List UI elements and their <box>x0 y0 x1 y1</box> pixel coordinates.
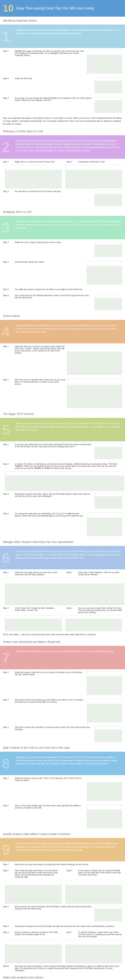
tip-1-intro-box: 1 Imagine you have a list that should no… <box>0 24 125 48</box>
tip-6-step-4: Step 4 Now you can enter a value that is… <box>64 605 125 616</box>
step-label: Step 2 <box>67 571 78 576</box>
excel-screenshot <box>95 294 122 310</box>
tip-2-header: Entering a 0 at the Start of a Cell <box>0 127 125 135</box>
excel-screenshot <box>95 905 122 921</box>
tip-7-step-1: Step 1 Select the range of cells that yo… <box>0 669 125 697</box>
tip-4-header: Freeze Panes <box>0 312 125 320</box>
tip-9-step-5: Step 5 Subsequent changes are done first… <box>0 923 125 929</box>
tip-9-step-1: Step 1 Make sure you have some data in a… <box>0 861 125 867</box>
step-text: Make sure you have some data in a simple… <box>15 863 122 865</box>
tip-4-intro-box: 4 How useful is freeze rows/headers? If … <box>0 320 125 344</box>
step-label: Step 8 <box>3 965 15 972</box>
step-label: Step 6 <box>3 931 15 938</box>
step-label: Step 5 <box>3 925 15 927</box>
step-label: Step 4 <box>67 607 78 614</box>
step-text: In our first main table there are a list… <box>15 443 93 459</box>
tip-1-step-3: Step 3 If you want, you can change the d… <box>0 95 125 115</box>
step-text: On the 'Data Tab', change the Data Valid… <box>15 607 59 614</box>
excel-screenshot <box>67 345 122 375</box>
step-label: Step 3 <box>67 869 78 878</box>
header-number: 10 <box>3 3 13 14</box>
step-label: Step 2 <box>3 78 15 93</box>
step-text: You might also need to change the cell w… <box>15 288 122 291</box>
step-text: Subsequent changes are done first isolat… <box>15 925 122 927</box>
excel-screenshot <box>95 726 122 742</box>
step-text: Click the button 'Wrap Text' option. <box>15 261 85 285</box>
excel-screenshot <box>87 50 122 73</box>
tip-9-intro: If you don't have a lot of experience us… <box>16 842 121 852</box>
tip-6-intro: Do you want to control where others inpu… <box>16 550 121 560</box>
step-text: Each time you add something or move it a… <box>15 965 122 972</box>
step-text: Your format the date with any combinatio… <box>15 512 85 536</box>
step-text: Select the fill format. <box>15 78 93 93</box>
step-label: Step 1 <box>3 863 15 865</box>
tip-4-intro: How useful is freeze rows/headers? If yo… <box>16 324 121 334</box>
tip-1-step-1: Step 1 Highlight the range of cells that… <box>0 48 125 75</box>
tip-8-intro: Sometimes you get some easy information … <box>16 756 121 765</box>
step-text: Tip: to wrap text into the following Alt… <box>15 294 93 310</box>
step-text: Click OK to protect the worksheet. If so… <box>15 726 93 742</box>
excel-screenshot <box>95 190 122 206</box>
tip-9-step-4: Step 4 All you need to do now the tickin… <box>0 904 125 923</box>
tip-7-header: Protect Your Worksheet and Make It Read-… <box>0 638 125 646</box>
tip-9-step-2: Step 2 Click inside the data somewhere. … <box>0 867 62 880</box>
tip-7-number: 7 <box>2 650 10 666</box>
tip-6-number: 6 <box>2 550 10 566</box>
step-text: Click inside the data somewhere. Go to t… <box>15 869 59 878</box>
excel-dialog-screenshot <box>5 578 124 605</box>
excel-screenshot <box>95 241 122 257</box>
tip-9-step-7: Step 7 To add the 'Category' column here… <box>64 929 125 940</box>
excel-screenshot <box>87 261 122 285</box>
tip-8-step-1: Step 1 Select the data you want to split… <box>0 775 125 803</box>
step-text: To add the 'Category' column here I put … <box>78 931 122 938</box>
step-label: Step 1 <box>3 571 15 576</box>
step-text: Change the cell format to 'Text'. <box>78 161 122 163</box>
tip-6-step-1: Step 1 Select the cell range where you w… <box>0 570 62 578</box>
step-text: Right-click on a cell and choose 'Format… <box>15 161 59 163</box>
step-text: In column B is where we will build up an… <box>15 463 122 469</box>
step-label: Step 2 <box>3 869 15 878</box>
step-label: Step 3 <box>3 190 15 206</box>
step-label: Step 1 <box>3 671 15 695</box>
step-text: Now you drag the columns more items into… <box>15 931 59 938</box>
step-text: Select the first row or column you want … <box>15 345 65 375</box>
tip-5-number: 5 <box>2 422 10 438</box>
tip-1-section: Identifying Duplicate Entries 1 Imagine … <box>0 17 125 127</box>
step-label: Step 1 <box>3 443 15 459</box>
tip-7-intro-box: 7 To add even more protection, you can m… <box>0 646 125 669</box>
step-label: Step 7 <box>67 931 78 938</box>
step-label: Step 2 <box>67 161 78 163</box>
tip-1-note: Now, your duplicates will appear in the … <box>0 115 125 127</box>
excel-screenshot <box>5 940 62 963</box>
tip-10-header: Make Data Analysis Even Easier! <box>0 974 125 980</box>
tip-5-header: The Magic TEXT function <box>0 410 125 418</box>
step-label: Step 1 <box>3 777 15 801</box>
tip-2-intro: Have you ever wanted to edit a 0 in the … <box>16 139 121 152</box>
tip-9-number: 9 <box>2 842 10 858</box>
excel-screenshot <box>95 443 122 459</box>
tip-6-note: Tip for even better — the form is under … <box>0 631 125 638</box>
tip-1-intro: Imagine you have a list that should not … <box>16 29 121 35</box>
tip-9-header: Quickly Analyse Data without Using Compl… <box>0 830 125 838</box>
excel-screenshot <box>67 379 122 408</box>
tip-6-section: Manage Other People's Data Entry into Yo… <box>0 538 125 638</box>
step-label: Step 4 <box>3 294 15 310</box>
step-text: Repeat the format for the other cells or… <box>15 493 93 509</box>
tip-4-step-1: Step 1 Select the first row or column yo… <box>0 344 125 377</box>
step-text: A new sheet is created with an empty Piv… <box>78 869 122 878</box>
tip-9-section: Quickly Analyse Data without Using Compl… <box>0 830 125 974</box>
step-label: Step 1 <box>3 345 15 375</box>
tip-6-intro-box: 6 Do you want to control where others in… <box>0 546 125 570</box>
tip-5-intro: When you enter a date in Excel, let's sa… <box>16 422 121 431</box>
tip-5-step-2: Step 2 In column B is where we will buil… <box>0 461 125 471</box>
excel-screenshot <box>66 940 122 963</box>
tip-6-header: Manage Other People's Data Entry into Yo… <box>0 538 125 546</box>
header-title: Easy Time-saving Excel Tips You Will Lov… <box>16 6 93 10</box>
tip-2-step-2: Step 2 Change the cell format to 'Text'. <box>64 159 125 165</box>
excel-screenshot <box>87 512 122 536</box>
step-label: Step 2 <box>3 261 15 285</box>
tip-1-step-2: Step 2 Select the fill format. <box>0 75 125 95</box>
tip-2-step-3: Step 3 You will have to re-enter the 0 b… <box>0 188 125 208</box>
tip-2-section: Entering a 0 at the Start of a Cell 2 Ha… <box>0 127 125 208</box>
excel-screenshot <box>5 165 62 188</box>
